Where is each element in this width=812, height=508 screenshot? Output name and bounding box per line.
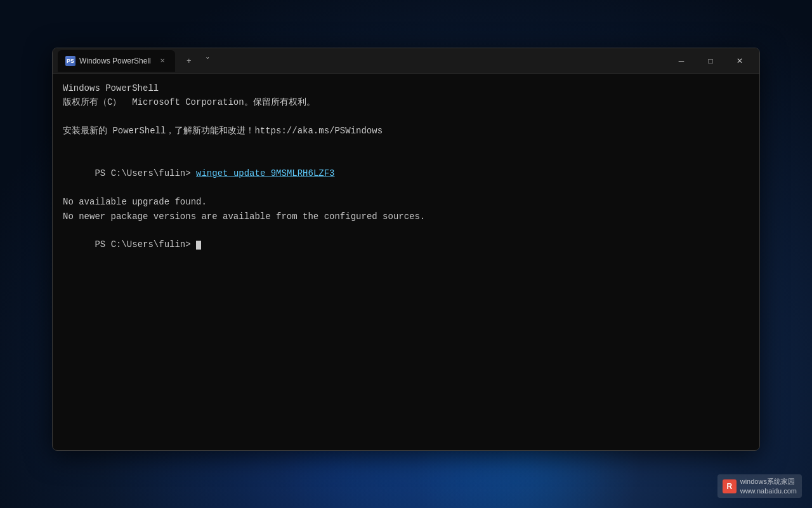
terminal-line-4: 安装最新的 PowerShell，了解新功能和改进！https://aka.ms…	[63, 124, 749, 138]
window-controls: ─ □ ✕	[667, 51, 754, 71]
terminal-output-2: No newer package versions are available …	[63, 210, 749, 224]
tab-title: Windows PowerShell	[79, 57, 151, 65]
prompt-2: PS C:\Users\fulin>	[95, 239, 196, 250]
terminal-cursor	[196, 241, 201, 250]
terminal-content[interactable]: Windows PowerShell 版权所有（C） Microsoft Cor…	[53, 74, 759, 274]
cmd-args: update 9MSMLRH6LZF3	[228, 168, 334, 178]
watermark-text: windows系统家园 www.nabaidu.com	[740, 477, 797, 495]
watermark-icon: R	[723, 479, 737, 493]
maximize-button[interactable]: □	[696, 51, 725, 71]
active-tab[interactable]: PS Windows PowerShell ✕	[58, 50, 175, 72]
powershell-window: PS Windows PowerShell ✕ + ˅ ─ □ ✕ Window…	[52, 48, 760, 451]
new-tab-button[interactable]: +	[180, 52, 198, 70]
terminal-line-prompt2: PS C:\Users\fulin>	[63, 224, 749, 266]
title-bar: PS Windows PowerShell ✕ + ˅ ─ □ ✕	[53, 48, 759, 74]
watermark: R windows系统家园 www.nabaidu.com	[717, 474, 802, 498]
cmd-winget: winget	[196, 168, 228, 178]
terminal-line-2: 版权所有（C） Microsoft Corporation。保留所有权利。	[63, 95, 749, 109]
tab-actions: + ˅	[180, 52, 217, 70]
terminal-line-1: Windows PowerShell	[63, 81, 749, 95]
tab-dropdown-button[interactable]: ˅	[199, 52, 217, 70]
terminal-line-prompt1: PS C:\Users\fulin> winget update 9MSMLRH…	[63, 152, 749, 195]
minimize-button[interactable]: ─	[667, 51, 696, 71]
terminal-line-3-empty	[63, 110, 749, 124]
terminal-output-1: No available upgrade found.	[63, 195, 749, 209]
prompt-1: PS C:\Users\fulin>	[95, 168, 196, 178]
tab-close-button[interactable]: ✕	[157, 56, 167, 66]
close-button[interactable]: ✕	[725, 51, 754, 71]
powershell-tab-icon: PS	[65, 56, 75, 66]
terminal-line-5-empty	[63, 138, 749, 152]
